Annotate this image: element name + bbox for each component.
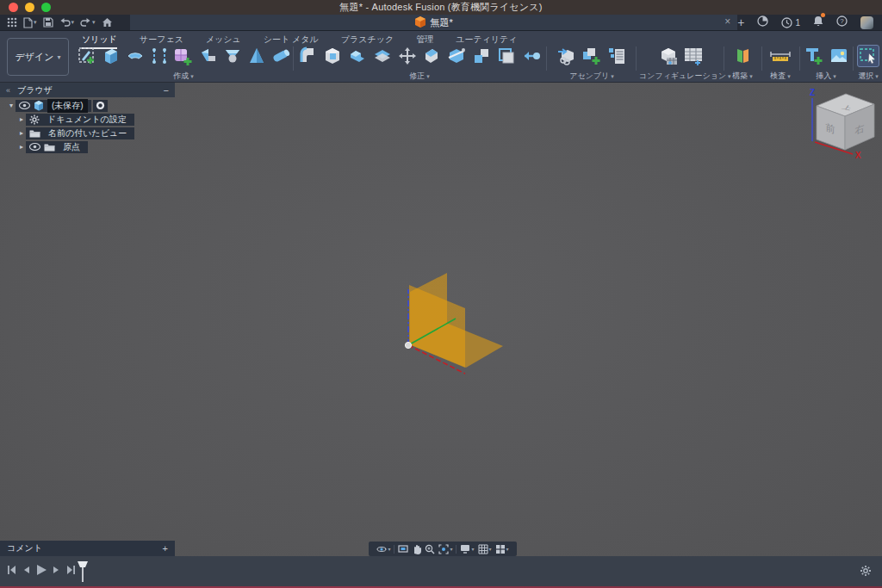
viewport-canvas[interactable]: 上 前 右 Z X « ブラウザ − ▾ (未保存) — [0, 83, 882, 557]
construct-group-dropdown[interactable]: 構築 — [725, 71, 760, 82]
extensions-icon[interactable] — [757, 15, 768, 30]
svg-text:?: ? — [840, 17, 844, 25]
rib-icon[interactable] — [221, 45, 243, 67]
measure-icon[interactable] — [769, 45, 792, 67]
timeline-settings-gear-icon[interactable] — [860, 565, 872, 577]
play-icon[interactable] — [35, 564, 47, 576]
expand-chevron-icon[interactable]: ▾ — [7, 102, 16, 109]
go-to-start-icon[interactable] — [7, 565, 16, 575]
view-cube[interactable]: 上 前 右 Z X — [801, 83, 882, 162]
extrude-icon[interactable] — [100, 45, 121, 67]
move-copy-icon[interactable] — [396, 45, 419, 67]
insert-group-dropdown[interactable]: 挿入 — [801, 71, 851, 82]
split-body-icon[interactable] — [445, 45, 468, 67]
navbar-separator — [394, 545, 394, 554]
origin-label[interactable]: 原点 — [59, 140, 84, 154]
select-group-dropdown[interactable]: 選択 — [854, 71, 882, 82]
collapsed-chevron-icon[interactable]: ▸ — [17, 129, 26, 137]
thicken-icon[interactable] — [371, 45, 394, 67]
zoom-icon[interactable] — [425, 544, 435, 554]
modify-group-dropdown[interactable]: 修正 — [296, 71, 543, 82]
orbit-icon[interactable]: ▾ — [376, 544, 390, 554]
app-grid-icon[interactable] — [7, 17, 17, 28]
file-menu-icon[interactable]: ▾ — [23, 17, 37, 28]
user-avatar[interactable] — [860, 16, 873, 29]
display-settings-icon[interactable]: ▾ — [460, 544, 474, 554]
tree-row-origin[interactable]: ▸ 原点 — [17, 141, 175, 152]
collapsed-chevron-icon[interactable]: ▸ — [17, 115, 26, 123]
insert-derive-icon[interactable] — [556, 45, 578, 67]
fit-icon[interactable]: ▾ — [438, 544, 452, 554]
home-icon[interactable] — [102, 17, 113, 28]
sweep-icon[interactable] — [197, 45, 219, 67]
browser-minimize-button[interactable]: − — [164, 85, 169, 96]
browser-collapse-icon[interactable]: « — [6, 86, 10, 95]
revolve-icon[interactable] — [124, 45, 146, 67]
origin-point[interactable] — [405, 342, 411, 348]
close-tab-icon[interactable]: × — [724, 15, 730, 28]
configuration-group-dropdown[interactable]: コンフィギュレーション — [639, 71, 722, 82]
help-icon[interactable]: ? — [836, 15, 848, 30]
assemble-group-dropdown[interactable]: アセンブリ — [550, 71, 634, 82]
timeline-position-marker[interactable] — [76, 560, 90, 583]
browser-tree: ▾ (未保存) ▸ ドキュメントの設定 — [0, 100, 175, 152]
viewports-icon[interactable]: ▾ — [495, 544, 509, 554]
create-sketch-icon[interactable] — [76, 45, 97, 67]
collapsed-chevron-icon[interactable]: ▸ — [17, 143, 26, 151]
new-component-icon[interactable] — [581, 45, 603, 67]
comments-bar[interactable]: コメント + — [0, 541, 175, 556]
add-comment-button[interactable]: + — [163, 543, 168, 554]
offset-face-icon[interactable] — [495, 45, 518, 67]
redo-icon[interactable]: ▾ — [80, 18, 96, 28]
document-cube-icon — [34, 101, 44, 111]
press-pull-icon[interactable] — [296, 45, 319, 67]
browser-panel: « ブラウザ − ▾ (未保存) ▸ — [0, 83, 175, 152]
browser-header[interactable]: « ブラウザ − — [0, 83, 175, 97]
save-icon[interactable] — [43, 17, 53, 28]
undo-icon[interactable]: ▾ — [59, 18, 75, 28]
activate-radio-icon[interactable] — [96, 101, 105, 110]
named-views-label[interactable]: 名前の付いたビュー — [44, 127, 131, 140]
configuration-table-icon[interactable] — [682, 45, 705, 67]
workspace-selector[interactable]: デザイン — [7, 38, 69, 76]
go-to-end-icon[interactable] — [66, 565, 76, 575]
ribbon-divider — [724, 46, 724, 71]
remove-icon[interactable] — [520, 45, 543, 67]
tree-row-document-settings[interactable]: ▸ ドキュメントの設定 — [17, 114, 175, 125]
insert-text-icon[interactable] — [803, 45, 825, 67]
pan-icon[interactable] — [412, 544, 421, 554]
new-tab-button[interactable]: + — [737, 16, 744, 28]
tree-row-root[interactable]: ▾ (未保存) — [7, 100, 175, 111]
create-form-icon[interactable] — [172, 45, 195, 67]
loft-icon[interactable] — [148, 45, 170, 67]
insert-image-icon[interactable] — [828, 45, 850, 67]
document-tab[interactable]: 無題* × — [130, 15, 737, 30]
ribbon-divider — [853, 46, 854, 71]
tab-bar: ▾ ▾ ▾ 無題* × + — [0, 15, 882, 31]
document-settings-label[interactable]: ドキュメントの設定 — [43, 113, 131, 127]
navbar-separator — [456, 545, 457, 554]
root-document-label[interactable]: (未保存) — [47, 99, 88, 113]
align-icon[interactable] — [421, 45, 444, 67]
construction-plane-icon[interactable] — [731, 45, 754, 67]
create-group-dropdown[interactable]: 作成 — [76, 71, 291, 82]
shell-icon[interactable] — [321, 45, 344, 67]
bom-structure-icon[interactable] — [606, 45, 628, 67]
configure-icon[interactable] — [657, 45, 680, 67]
tree-row-named-views[interactable]: ▸ 名前の付いたビュー — [17, 127, 175, 139]
inspect-group-dropdown[interactable]: 検査 — [763, 71, 798, 82]
combine-icon[interactable] — [346, 45, 369, 67]
step-forward-icon[interactable] — [53, 565, 61, 575]
job-status-button[interactable]: 1 — [781, 17, 800, 28]
visibility-eye-icon[interactable] — [19, 102, 30, 109]
cone-primitive-icon[interactable] — [245, 45, 267, 67]
select-tool-icon[interactable] — [857, 45, 879, 67]
cylinder-primitive-icon[interactable] — [270, 45, 291, 67]
navigation-bar: ▾ ▾ ▾ ▾ — [369, 542, 517, 556]
notifications-button[interactable] — [813, 15, 823, 30]
look-at-icon[interactable] — [398, 544, 408, 554]
replace-face-icon[interactable] — [470, 45, 493, 67]
visibility-eye-icon[interactable] — [29, 143, 40, 151]
step-back-icon[interactable] — [22, 565, 30, 575]
grid-snap-icon[interactable]: ▾ — [478, 544, 492, 554]
